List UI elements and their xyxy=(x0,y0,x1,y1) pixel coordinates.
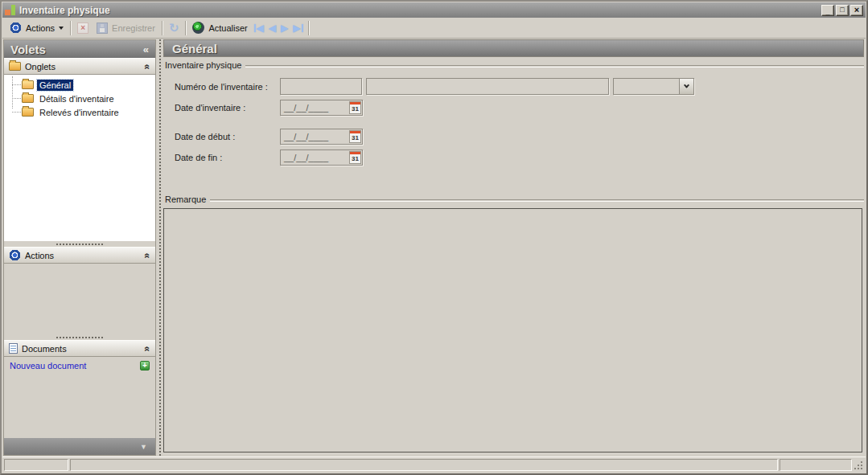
save-button[interactable]: Enregistrer xyxy=(93,19,159,37)
main-pane: Général Inventaire physique Numéro de l'… xyxy=(163,39,864,456)
status-panel-right xyxy=(780,459,852,471)
close-button[interactable]: × xyxy=(850,5,863,16)
maximize-button[interactable]: □ xyxy=(836,5,849,16)
status-panel-middle xyxy=(70,459,778,471)
tree-item-details-inventaire[interactable]: Détails d'inventaire xyxy=(22,92,155,105)
actions-button-label: Actions xyxy=(26,23,55,33)
next-record-button[interactable]: ▶ xyxy=(278,22,290,35)
collapse-section-icon[interactable]: « xyxy=(142,63,154,69)
calendar-button[interactable]: 31 xyxy=(349,130,361,143)
collapsed-panel-bar[interactable]: ▼ xyxy=(4,438,155,455)
actions-section-icon xyxy=(9,249,21,261)
window-title: Inventaire physique xyxy=(19,5,110,16)
previous-record-button[interactable]: ◀ xyxy=(266,22,278,35)
refresh-button-label: Actualiser xyxy=(208,23,247,33)
folder-icon xyxy=(22,108,34,117)
splitter-grip xyxy=(159,39,161,456)
first-record-icon xyxy=(254,24,256,32)
combo-dropdown-button[interactable] xyxy=(679,79,693,94)
section-header-onglets[interactable]: Onglets « xyxy=(4,58,155,75)
groupbox-line xyxy=(245,65,864,68)
section-label-actions: Actions xyxy=(25,251,54,260)
remarque-group: Remarque xyxy=(163,191,864,456)
new-document-link[interactable]: Nouveau document xyxy=(10,361,86,371)
numero-select[interactable] xyxy=(613,78,694,95)
groupbox-line xyxy=(210,199,864,202)
side-panel-header: Volets « xyxy=(4,40,155,58)
tree-guides xyxy=(12,76,13,109)
inventory-groupbox-label: Inventaire physique xyxy=(165,60,241,70)
toolbar: Actions × Enregistrer ↻ Actualiser ◀ ◀ ▶ xyxy=(2,18,866,39)
app-icon xyxy=(5,5,16,15)
date-debut-label: Date de début : xyxy=(175,132,280,141)
application-window: Inventaire physique _ □ × Actions × Enre… xyxy=(0,0,868,475)
actions-button[interactable]: Actions xyxy=(6,19,68,37)
calendar-button[interactable]: 31 xyxy=(349,101,361,114)
remarque-textarea[interactable] xyxy=(163,208,862,452)
toolbar-separator xyxy=(70,21,71,35)
save-icon xyxy=(97,23,108,34)
section-label-onglets: Onglets xyxy=(25,62,56,72)
section-header-actions[interactable]: Actions « xyxy=(4,247,155,264)
toolbar-separator xyxy=(162,21,162,35)
refresh-button[interactable]: Actualiser xyxy=(188,19,251,37)
date-fin-input[interactable]: __/__/____ 31 xyxy=(280,149,363,166)
window-controls: _ □ × xyxy=(821,5,863,16)
horizontal-splitter[interactable] xyxy=(4,334,155,340)
last-record-icon xyxy=(302,24,303,32)
actions-icon xyxy=(10,22,22,34)
first-record-button[interactable]: ◀ xyxy=(252,22,266,35)
previous-record-icon: ◀ xyxy=(269,23,276,34)
minimize-button[interactable]: _ xyxy=(821,5,834,16)
splitter-grip xyxy=(56,337,103,338)
new-document-plus-icon[interactable]: + xyxy=(140,361,150,371)
folder-icon xyxy=(9,62,21,71)
side-panel: Volets « Onglets « Général Détails d'inv… xyxy=(3,39,156,456)
save-button-label: Enregistrer xyxy=(112,23,155,33)
date-inventaire-label: Date d'inventaire : xyxy=(175,103,280,113)
date-fin-label: Date de fin : xyxy=(175,153,280,162)
page-title: Général xyxy=(163,39,864,57)
remarque-groupbox-legend: Remarque xyxy=(163,194,864,204)
folder-icon xyxy=(22,94,34,103)
expand-panel-icon: ▼ xyxy=(140,443,147,451)
numero-input[interactable] xyxy=(280,78,362,95)
toolbar-separator xyxy=(185,21,186,35)
sync-icon: ↻ xyxy=(169,22,179,34)
horizontal-splitter[interactable] xyxy=(4,241,155,247)
new-document-row: Nouveau document + xyxy=(4,357,155,371)
field-row-date-inventaire: Date d'inventaire : __/__/____ 31 xyxy=(163,99,864,116)
numero-label: Numéro de l'inventaire : xyxy=(175,82,280,92)
tree-item-general[interactable]: Général xyxy=(22,78,155,92)
vertical-splitter[interactable] xyxy=(156,39,163,456)
field-row-date-fin: Date de fin : __/__/____ 31 xyxy=(163,149,864,166)
splitter-grip xyxy=(56,244,103,245)
dropdown-arrow-icon xyxy=(59,27,64,32)
calendar-button[interactable]: 31 xyxy=(349,151,361,164)
chevron-down-icon xyxy=(684,83,689,88)
toolbar-separator xyxy=(308,21,309,35)
status-panel-left xyxy=(4,459,68,471)
actions-section-body xyxy=(4,264,155,334)
section-label-documents: Documents xyxy=(22,344,67,354)
collapse-section-icon[interactable]: « xyxy=(142,346,154,351)
tree-item-releves-inventaire[interactable]: Relevés d'inventaire xyxy=(22,105,155,119)
delete-button[interactable]: × xyxy=(73,19,93,37)
documents-section-body: Nouveau document + xyxy=(4,357,155,438)
last-record-button[interactable]: ▶ xyxy=(290,22,305,35)
sync-button[interactable]: ↻ xyxy=(165,19,183,37)
delete-icon: × xyxy=(77,23,88,34)
field-row-numero: Numéro de l'inventaire : xyxy=(163,78,864,95)
collapse-panel-button[interactable]: « xyxy=(143,44,149,55)
document-icon xyxy=(9,343,18,354)
collapse-section-icon[interactable]: « xyxy=(142,252,154,258)
onglets-tree: Général Détails d'inventaire Relevés d'i… xyxy=(4,75,155,241)
next-record-icon: ▶ xyxy=(281,23,288,34)
open-folder-icon xyxy=(22,80,34,89)
inventory-groupbox-legend: Inventaire physique xyxy=(163,59,864,70)
resize-grip[interactable] xyxy=(854,459,864,471)
date-debut-input[interactable]: __/__/____ 31 xyxy=(280,129,363,145)
numero-description-input[interactable] xyxy=(366,78,609,95)
section-header-documents[interactable]: Documents « xyxy=(4,340,155,357)
date-inventaire-input[interactable]: __/__/____ 31 xyxy=(280,100,363,116)
